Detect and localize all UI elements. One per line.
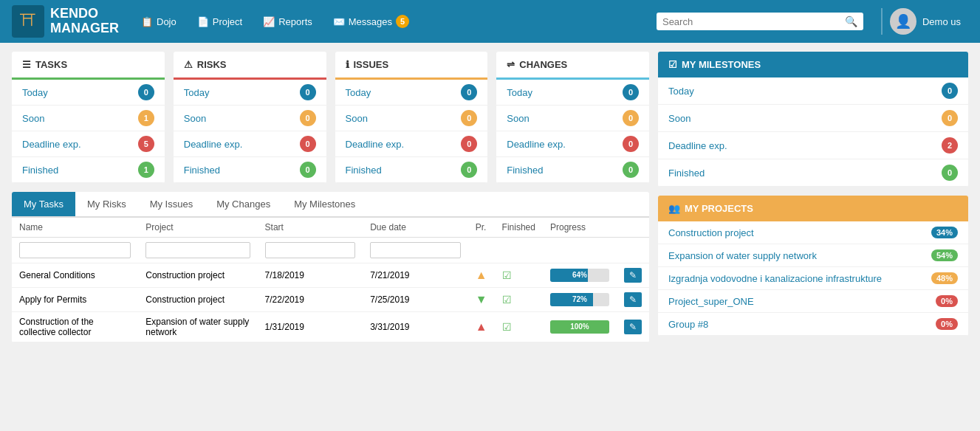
project-row[interactable]: Izgradnja vodovodne i kanalizacione infr… (658, 267, 968, 290)
project-link[interactable]: Expansion of water supply network (668, 250, 817, 261)
search-icon[interactable]: 🔍 (845, 15, 857, 27)
changes-deadline-badge: 0 (623, 136, 639, 152)
main-content: ☰ TASKS Today 0 Soon 1 Deadline exp. 5 F… (0, 43, 980, 351)
changes-soon[interactable]: Soon 0 (496, 106, 649, 131)
table-row: Apply for Permits Construction project 7… (12, 288, 649, 312)
progress-label: 72% (550, 293, 609, 306)
project-row[interactable]: Project_super_ONE 0% (658, 290, 968, 313)
changes-finished[interactable]: Finished 0 (496, 157, 649, 183)
finished-check-icon: ☑ (502, 294, 512, 306)
tasks-finished-badge: 1 (138, 162, 154, 178)
issues-icon: ℹ (346, 59, 349, 70)
logo[interactable]: ⛩ KENDO MANAGER (12, 5, 119, 38)
milestone-soon-badge: 0 (942, 110, 958, 126)
nav-links: 📋 Dojo 📄 Project 📈 Reports ✉️ Messages 5 (134, 10, 645, 32)
tab-my-changes[interactable]: My Changes (205, 192, 282, 216)
priority-medium-icon: ▲ (476, 269, 487, 281)
cell-name: Construction of the collective collector (12, 312, 138, 342)
risks-finished[interactable]: Finished 0 (174, 157, 326, 183)
project-icon: 📄 (197, 16, 209, 27)
milestone-finished[interactable]: Finished 0 (658, 159, 968, 187)
issues-today[interactable]: Today 0 (335, 80, 488, 106)
project-badge: 48% (931, 272, 958, 284)
project-row[interactable]: Group #8 0% (658, 313, 968, 336)
tab-my-risks[interactable]: My Risks (75, 192, 138, 216)
nav-project[interactable]: 📄 Project (190, 12, 250, 32)
tasks-soon[interactable]: Soon 1 (12, 106, 165, 131)
edit-button[interactable]: ✎ (624, 268, 642, 283)
cell-due: 7/21/2019 (363, 263, 468, 288)
filter-start[interactable] (265, 242, 356, 258)
cell-edit[interactable]: ✎ (617, 312, 649, 342)
changes-today-badge: 0 (623, 84, 639, 100)
changes-deadline[interactable]: Deadline exp. 0 (496, 131, 649, 157)
changes-header: ⇌ CHANGES (496, 52, 649, 80)
edit-button[interactable]: ✎ (624, 320, 642, 334)
tasks-finished[interactable]: Finished 1 (12, 157, 165, 183)
progress-bar: 72% (550, 293, 609, 306)
changes-today[interactable]: Today 0 (496, 80, 649, 106)
edit-button[interactable]: ✎ (624, 292, 642, 307)
cell-edit[interactable]: ✎ (617, 263, 649, 288)
tab-my-issues[interactable]: My Issues (138, 192, 205, 216)
risks-today[interactable]: Today 0 (174, 80, 326, 106)
cell-project: Expansion of water supply network (138, 312, 257, 342)
col-due: Due date (363, 218, 468, 238)
search-area[interactable]: 🔍 (657, 13, 863, 30)
left-column: ☰ TASKS Today 0 Soon 1 Deadline exp. 5 F… (12, 52, 649, 342)
risks-finished-badge: 0 (300, 162, 316, 178)
milestone-deadline[interactable]: Deadline exp. 2 (658, 132, 968, 159)
filter-due[interactable] (370, 242, 461, 258)
nav-dojo[interactable]: 📋 Dojo (134, 12, 184, 32)
risks-header: ⚠ RISKS (174, 52, 326, 80)
tab-my-milestones[interactable]: My Milestones (282, 192, 367, 216)
milestone-soon[interactable]: Soon 0 (658, 105, 968, 132)
cell-priority: ▼ (468, 288, 495, 312)
user-area[interactable]: 👤 Demo us (881, 8, 968, 35)
cell-start: 7/22/2019 (258, 288, 363, 312)
issues-header: ℹ ISSUES (335, 52, 488, 80)
risks-widget: ⚠ RISKS Today 0 Soon 0 Deadline exp. 0 F… (174, 52, 326, 183)
milestones-card: ☑ MY MILESTONES Today 0 Soon 0 Deadline … (658, 52, 968, 187)
issues-deadline[interactable]: Deadline exp. 0 (335, 131, 488, 157)
svg-text:⛩: ⛩ (20, 11, 36, 30)
project-link[interactable]: Project_super_ONE (668, 296, 754, 307)
tabs-card: My Tasks My Risks My Issues My Changes M… (12, 192, 649, 342)
changes-icon: ⇌ (507, 59, 515, 70)
cell-progress: 100% (543, 312, 617, 342)
project-badge: 0% (936, 295, 958, 307)
progress-label: 64% (550, 269, 609, 282)
reports-icon: 📈 (263, 16, 275, 27)
tab-navigation: My Tasks My Risks My Issues My Changes M… (12, 192, 649, 218)
cell-due: 7/25/2019 (363, 288, 468, 312)
risks-deadline[interactable]: Deadline exp. 0 (174, 131, 326, 157)
search-input[interactable] (662, 16, 845, 27)
project-row[interactable]: Expansion of water supply network 54% (658, 244, 968, 267)
tasks-deadline[interactable]: Deadline exp. 5 (12, 131, 165, 157)
project-link[interactable]: Izgradnja vodovodne i kanalizacione infr… (668, 273, 882, 284)
issues-soon[interactable]: Soon 0 (335, 106, 488, 131)
nav-messages[interactable]: ✉️ Messages 5 (326, 10, 417, 32)
tab-my-tasks[interactable]: My Tasks (12, 192, 75, 216)
filter-name[interactable] (19, 242, 131, 258)
cell-priority: ▲ (468, 263, 495, 288)
table-row: General Conditions Construction project … (12, 263, 649, 288)
nav-reports[interactable]: 📈 Reports (256, 12, 320, 32)
progress-bar: 64% (550, 269, 609, 282)
cell-edit[interactable]: ✎ (617, 288, 649, 312)
tasks-table: Name Project Start Due date Pr. Finished… (12, 218, 649, 342)
milestone-today[interactable]: Today 0 (658, 77, 968, 105)
milestone-icon: ☑ (668, 59, 677, 70)
project-badge: 0% (936, 318, 958, 330)
tasks-today-badge: 0 (138, 84, 154, 100)
tasks-today[interactable]: Today 0 (12, 80, 165, 106)
issues-finished[interactable]: Finished 0 (335, 157, 488, 183)
risks-soon[interactable]: Soon 0 (174, 106, 326, 131)
cell-name: General Conditions (12, 263, 138, 288)
project-link[interactable]: Construction project (668, 227, 754, 238)
filter-project[interactable] (145, 242, 250, 258)
project-row[interactable]: Construction project 34% (658, 221, 968, 244)
cell-start: 1/31/2019 (258, 312, 363, 342)
changes-soon-badge: 0 (623, 110, 639, 126)
project-link[interactable]: Group #8 (668, 319, 708, 330)
